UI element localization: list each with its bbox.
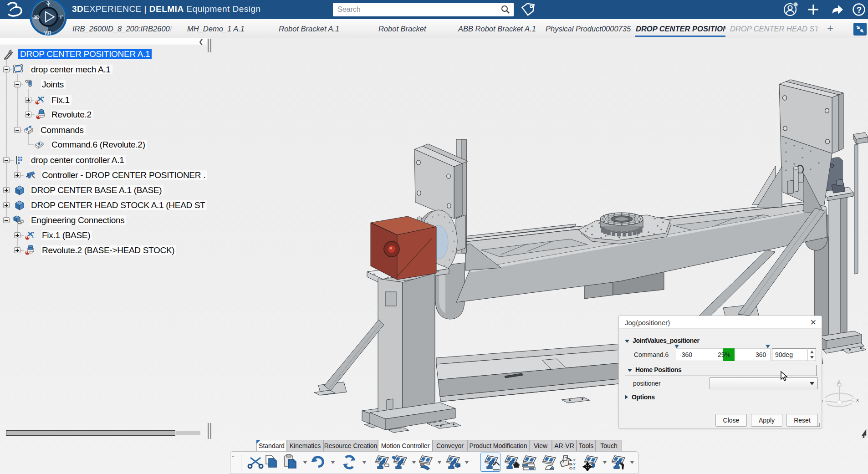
svg-text:i´: i´: [60, 14, 63, 20]
svg-text:C·Z: C·Z: [569, 466, 575, 470]
svg-text:A·X: A·X: [569, 458, 576, 462]
svg-text:V.R: V.R: [44, 31, 52, 36]
svg-text:3D: 3D: [33, 15, 40, 20]
svg-text:▂▂▂: ▂▂▂: [493, 467, 500, 470]
svg-text:Z: Z: [837, 380, 840, 384]
svg-text:B·Y: B·Y: [569, 462, 576, 466]
svg-text:X: X: [856, 398, 859, 403]
svg-text:?: ?: [857, 5, 862, 15]
